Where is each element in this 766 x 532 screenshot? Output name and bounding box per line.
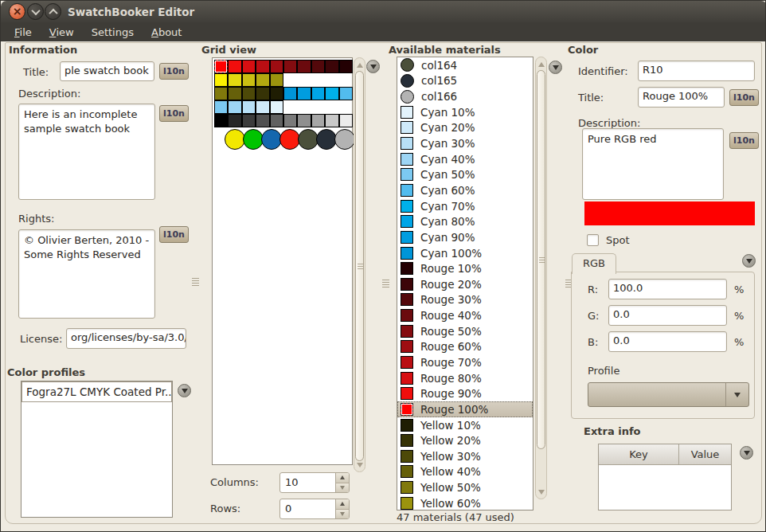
materials-scrollbar[interactable] <box>535 57 547 499</box>
grid-swatch[interactable] <box>242 114 256 127</box>
grid-swatch[interactable] <box>325 114 338 127</box>
grid-swatch[interactable] <box>242 100 256 114</box>
material-row[interactable]: Rouge 50% <box>397 323 533 339</box>
color-menu-button[interactable] <box>742 254 756 268</box>
menu-view[interactable]: View <box>41 24 83 41</box>
title-input[interactable]: ple swatch book <box>60 61 154 81</box>
material-row[interactable]: Cyan 40% <box>397 151 533 167</box>
material-row[interactable]: Yellow 10% <box>397 417 533 433</box>
grid-scrollbar[interactable] <box>354 57 365 472</box>
grid-swatch[interactable] <box>339 87 353 100</box>
maximize-button[interactable] <box>45 3 61 20</box>
grid-swatch[interactable] <box>214 100 228 114</box>
profile-combobox[interactable] <box>588 382 749 407</box>
color-description-textarea[interactable]: Pure RGB red <box>582 128 724 200</box>
material-row[interactable]: Yellow 50% <box>397 479 533 495</box>
description-l10n-button[interactable]: l10n <box>159 105 189 122</box>
extra-info-column-header[interactable]: Value <box>679 444 731 465</box>
grid-swatch[interactable] <box>325 87 338 100</box>
r-channel-input[interactable]: 100.0 <box>608 279 727 299</box>
grid-swatch[interactable] <box>228 60 241 73</box>
splitter-handle[interactable] <box>382 280 389 288</box>
grid-swatch[interactable] <box>270 87 283 100</box>
color-profile-row[interactable]: Fogra27L CMYK Coated Pr... <box>21 381 172 402</box>
grid-swatch[interactable] <box>334 129 355 150</box>
grid-swatch[interactable] <box>297 114 311 127</box>
spin-down-button[interactable] <box>336 483 349 493</box>
grid-swatch[interactable] <box>228 87 241 100</box>
grid-swatch[interactable] <box>256 100 269 114</box>
menu-settings[interactable]: Settings <box>83 24 143 41</box>
license-input[interactable]: org/licenses/by-sa/3.0/ <box>66 328 186 349</box>
titlebar[interactable]: × SwatchBooker Editor <box>1 1 766 22</box>
grid-swatch[interactable] <box>214 114 228 127</box>
grid-swatch[interactable] <box>228 100 241 114</box>
grid-swatch[interactable] <box>297 60 311 73</box>
grid-swatch[interactable] <box>297 87 311 100</box>
material-row[interactable]: Cyan 30% <box>397 135 533 151</box>
color-description-l10n-button[interactable]: l10n <box>729 132 759 149</box>
material-row[interactable]: Cyan 60% <box>397 182 533 198</box>
material-row[interactable]: Cyan 10% <box>397 104 533 120</box>
grid-swatch[interactable] <box>242 87 256 100</box>
grid-swatch[interactable] <box>256 114 269 127</box>
material-row[interactable]: Cyan 50% <box>397 166 533 182</box>
spin-up-button[interactable] <box>336 473 349 483</box>
material-row[interactable]: Yellow 20% <box>397 432 533 448</box>
rights-textarea[interactable]: © Olivier Berten, 2010 - Some Rights Res… <box>18 229 155 319</box>
grid-swatch[interactable] <box>325 60 338 73</box>
scroll-down-icon[interactable] <box>538 490 545 495</box>
grid-swatch[interactable] <box>270 100 283 114</box>
material-row[interactable]: Cyan 90% <box>397 229 533 245</box>
material-row[interactable]: Yellow 30% <box>397 448 533 464</box>
grid-swatch[interactable] <box>311 60 325 73</box>
material-row[interactable]: col166 <box>397 88 533 104</box>
grid-swatch[interactable] <box>283 60 297 73</box>
color-profiles-menu-button[interactable] <box>178 384 191 397</box>
grid-swatch[interactable] <box>270 60 283 73</box>
columns-spinner[interactable]: 10 <box>279 472 350 493</box>
grid-swatch[interactable] <box>256 60 269 73</box>
grid-swatch[interactable] <box>311 114 325 127</box>
grid-swatch[interactable] <box>339 114 353 127</box>
scroll-up-icon[interactable] <box>357 63 363 68</box>
material-row[interactable]: Rouge 20% <box>397 276 533 292</box>
g-channel-input[interactable]: 0.0 <box>608 305 727 326</box>
description-textarea[interactable]: Here is an incomplete sample swatch book <box>18 104 155 200</box>
material-row[interactable]: Cyan 20% <box>397 120 533 136</box>
material-row[interactable]: Rouge 40% <box>397 307 533 323</box>
grid-swatch[interactable] <box>270 73 283 87</box>
grid-swatch[interactable] <box>214 60 228 73</box>
material-row[interactable]: Cyan 70% <box>397 198 533 214</box>
material-row[interactable]: Rouge 30% <box>397 292 533 308</box>
b-channel-input[interactable]: 0.0 <box>608 331 727 352</box>
material-row[interactable]: Yellow 40% <box>397 464 533 480</box>
tab-rgb[interactable]: RGB <box>572 253 616 274</box>
extra-info-menu-button[interactable] <box>740 446 753 460</box>
material-row[interactable]: Cyan 100% <box>397 245 533 261</box>
spin-down-button[interactable] <box>336 510 349 519</box>
material-row[interactable]: Rouge 90% <box>397 385 533 401</box>
material-row[interactable]: Rouge 60% <box>397 339 533 355</box>
rights-l10n-button[interactable]: l10n <box>159 226 189 243</box>
scroll-up-icon[interactable] <box>538 62 545 67</box>
grid-swatch[interactable] <box>214 87 228 100</box>
material-row[interactable]: Cyan 80% <box>397 213 533 229</box>
material-row[interactable]: col164 <box>397 57 533 73</box>
grid-swatch[interactable] <box>339 60 353 73</box>
spin-up-button[interactable] <box>336 499 349 510</box>
extra-info-column-header[interactable]: Key <box>599 444 679 465</box>
grid-scrollbar-thumb[interactable] <box>355 71 364 461</box>
materials-menu-button[interactable] <box>549 61 562 74</box>
close-button[interactable]: × <box>9 3 25 20</box>
identifier-input[interactable]: R10 <box>638 61 755 81</box>
color-title-l10n-button[interactable]: l10n <box>729 89 759 106</box>
grid-view-menu-button[interactable] <box>366 60 380 73</box>
minimize-button[interactable] <box>27 3 44 20</box>
title-l10n-button[interactable]: l10n <box>159 63 189 80</box>
material-row[interactable]: Rouge 10% <box>397 260 533 276</box>
grid-swatch[interactable] <box>214 73 228 87</box>
spot-checkbox[interactable] <box>587 234 599 246</box>
menu-about[interactable]: About <box>143 24 190 41</box>
grid-swatch[interactable] <box>256 73 269 87</box>
